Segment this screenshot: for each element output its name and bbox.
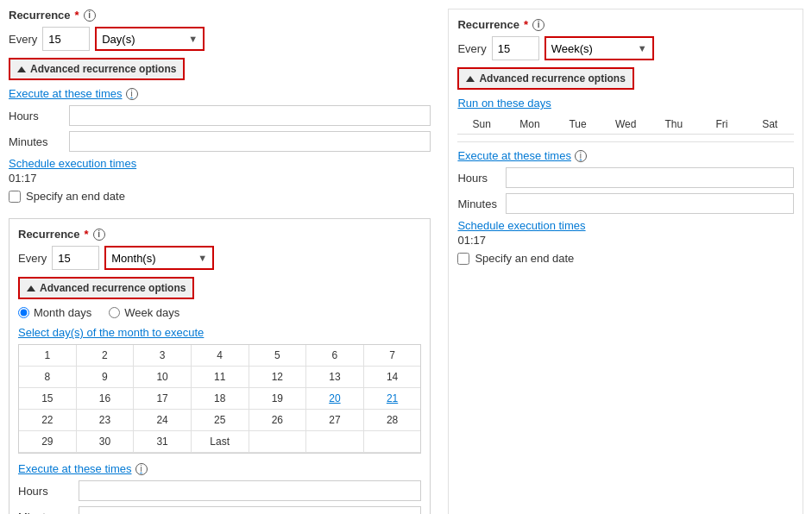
calendar-cell[interactable]: 18 — [192, 388, 249, 410]
end-date-row-day: Specify an end date — [9, 190, 431, 203]
period-select-wrapper-month[interactable]: Day(s) Week(s) Month(s) ▼ — [104, 246, 214, 270]
every-input-week[interactable] — [492, 36, 539, 60]
advanced-toggle-day[interactable]: Advanced recurrence options — [9, 58, 185, 80]
day-cell[interactable]: Mon — [506, 115, 554, 135]
period-select-week[interactable]: Day(s) Week(s) Month(s) — [546, 38, 633, 59]
period-select-wrapper-week[interactable]: Day(s) Week(s) Month(s) ▼ — [544, 36, 654, 60]
minutes-label-month: Minutes — [18, 511, 79, 515]
schedule-link-week[interactable]: Schedule execution times — [457, 219, 794, 232]
advanced-label-month: Advanced recurrence options — [40, 282, 186, 294]
calendar-row: 1234567 — [19, 345, 420, 367]
every-label-week: Every — [457, 42, 486, 55]
radio-week-days[interactable]: Week days — [109, 306, 179, 319]
info-icon-day[interactable]: i — [84, 9, 96, 22]
calendar-cell[interactable]: 3 — [134, 345, 192, 367]
calendar-cell[interactable]: 28 — [364, 410, 421, 431]
calendar-cell[interactable]: 5 — [249, 345, 307, 367]
calendar-cell[interactable]: 30 — [77, 431, 135, 453]
info-icon-month[interactable]: i — [93, 229, 105, 241]
hours-input-month[interactable] — [79, 480, 421, 501]
info-icon-execute-day[interactable]: i — [126, 88, 138, 100]
advanced-toggle-month[interactable]: Advanced recurrence options — [18, 277, 194, 299]
period-select-wrapper-day[interactable]: Day(s) Week(s) Month(s) ▼ — [95, 27, 205, 51]
calendar-cell[interactable]: 23 — [77, 410, 135, 431]
calendar-cell[interactable] — [364, 431, 421, 453]
calendar-cell[interactable]: 29 — [19, 431, 77, 453]
calendar-cell[interactable]: 15 — [19, 388, 77, 410]
minutes-row-month: Minutes — [18, 506, 421, 514]
info-icon-execute-month[interactable]: i — [135, 463, 148, 475]
info-icon-week[interactable]: i — [532, 19, 544, 31]
calendar-cell[interactable]: 17 — [134, 388, 192, 410]
select-days-link[interactable]: Select day(s) of the month to execute — [18, 326, 421, 339]
triangle-icon-month — [27, 285, 35, 291]
calendar-cell[interactable]: Last — [192, 431, 249, 453]
recurrence-row-week: Every Day(s) Week(s) Month(s) ▼ — [457, 36, 794, 60]
day-cell[interactable]: Thu — [650, 115, 698, 135]
execute-link-day[interactable]: Execute at these times i — [9, 87, 431, 100]
day-cell[interactable]: Tue — [554, 115, 602, 135]
period-select-month[interactable]: Day(s) Week(s) Month(s) — [106, 248, 192, 268]
day-cell[interactable]: Fri — [698, 115, 746, 135]
info-icon-execute-week[interactable]: i — [575, 150, 587, 162]
recurrence-header-day: Recurrence * i — [9, 9, 431, 22]
calendar-cell[interactable]: 10 — [134, 367, 192, 388]
calendar-cell[interactable]: 25 — [192, 410, 249, 431]
calendar-cell[interactable]: 20 — [306, 388, 364, 410]
schedule-link-day[interactable]: Schedule execution times — [9, 157, 431, 170]
triangle-icon-day — [17, 66, 26, 72]
minutes-input-day[interactable] — [69, 131, 431, 152]
execute-label-week: Execute at these times — [457, 149, 571, 162]
calendar-cell[interactable]: 27 — [306, 410, 364, 431]
hours-row-day: Hours — [9, 105, 431, 126]
calendar-cell[interactable]: 13 — [306, 367, 364, 388]
calendar-cell[interactable]: 8 — [19, 367, 77, 388]
calendar-cell[interactable]: 7 — [364, 345, 421, 367]
every-input-day[interactable] — [42, 27, 90, 51]
every-input-month[interactable] — [52, 246, 99, 270]
execute-link-month[interactable]: Execute at these times i — [18, 462, 421, 475]
hours-input-week[interactable] — [506, 167, 794, 188]
calendar-cell[interactable] — [249, 431, 307, 453]
recurrence-label-day: Recurrence — [9, 9, 71, 22]
calendar-cell[interactable]: 12 — [249, 367, 307, 388]
run-days-link[interactable]: Run on these days — [457, 97, 794, 110]
calendar-cell[interactable] — [306, 431, 364, 453]
execute-link-week[interactable]: Execute at these times i — [457, 149, 794, 162]
day-cell[interactable]: Sun — [457, 115, 506, 135]
minutes-label-day: Minutes — [9, 135, 69, 148]
calendar-cell[interactable]: 26 — [249, 410, 307, 431]
hours-row-week: Hours — [457, 167, 794, 188]
end-date-checkbox-day[interactable] — [9, 191, 21, 203]
end-date-checkbox-week[interactable] — [457, 253, 469, 265]
advanced-toggle-week[interactable]: Advanced recurrence options — [457, 67, 633, 90]
calendar-cell[interactable]: 4 — [192, 345, 249, 367]
calendar-cell[interactable]: 16 — [77, 388, 135, 410]
calendar-cell[interactable]: 14 — [364, 367, 421, 388]
calendar-cell[interactable]: 1 — [19, 345, 77, 367]
minutes-input-month[interactable] — [79, 506, 421, 514]
calendar-cell[interactable]: 6 — [306, 345, 364, 367]
right-panel: Recurrence * i Every Day(s) Week(s) Mont… — [448, 9, 803, 514]
calendar-cell[interactable]: 2 — [77, 345, 135, 367]
calendar-cell[interactable]: 19 — [249, 388, 307, 410]
calendar-cell[interactable]: 24 — [134, 410, 192, 431]
calendar-cell[interactable]: 22 — [19, 410, 77, 431]
period-select-day[interactable]: Day(s) Week(s) Month(s) — [97, 28, 183, 49]
calendar-cell[interactable]: 11 — [192, 367, 249, 388]
radio-month-days[interactable]: Month days — [18, 306, 91, 319]
required-star-day: * — [75, 9, 79, 22]
calendar-cell[interactable]: 31 — [134, 431, 192, 453]
recurrence-label-week: Recurrence — [457, 18, 519, 31]
hours-label-day: Hours — [9, 110, 69, 122]
advanced-label-day: Advanced recurrence options — [30, 63, 176, 75]
chevron-down-icon-week: ▼ — [633, 43, 652, 53]
day-cell[interactable]: Wed — [601, 115, 650, 135]
minutes-input-week[interactable] — [506, 193, 794, 214]
every-label-day: Every — [9, 33, 37, 46]
day-cell[interactable]: Sat — [746, 115, 794, 135]
calendar-cell[interactable]: 9 — [77, 367, 135, 388]
hours-input-day[interactable] — [69, 105, 431, 126]
calendar-cell[interactable]: 21 — [364, 388, 421, 410]
end-date-label-day: Specify an end date — [26, 190, 125, 203]
